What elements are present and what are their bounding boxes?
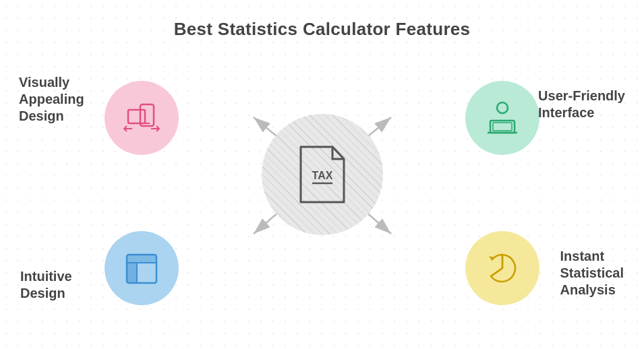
- phone-responsive-icon: [121, 98, 162, 138]
- svg-rect-19: [127, 263, 137, 283]
- main-container: Best Statistics Calculator Features: [0, 0, 644, 349]
- label-intuitive-design: Intuitive Design: [20, 268, 72, 302]
- svg-point-13: [497, 102, 508, 113]
- circle-user-friendly: [465, 81, 539, 155]
- svg-text:TAX: TAX: [312, 170, 332, 181]
- label-user-friendly: User-Friendly Interface: [538, 88, 625, 121]
- page-title: Best Statistics Calculator Features: [0, 19, 644, 40]
- svg-marker-22: [489, 256, 494, 260]
- chart-pie-icon: [482, 248, 523, 288]
- svg-rect-15: [493, 123, 512, 131]
- circle-statistical-analysis: [465, 231, 539, 305]
- person-laptop-icon: [482, 98, 523, 138]
- center-circle: TAX: [262, 114, 383, 235]
- tax-document-icon: TAX: [295, 144, 349, 205]
- circle-visually-appealing: [105, 81, 179, 155]
- label-visually-appealing: Visually Appealing Design: [19, 74, 84, 125]
- label-statistical-analysis: Instant Statistical Analysis: [560, 248, 624, 298]
- layout-grid-icon: [121, 248, 162, 288]
- circle-intuitive-design: [105, 231, 179, 305]
- svg-rect-10: [128, 110, 145, 123]
- svg-rect-18: [127, 255, 156, 263]
